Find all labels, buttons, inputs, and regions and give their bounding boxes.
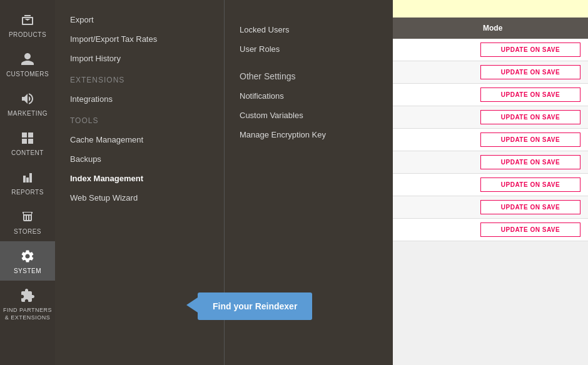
sidebar-item-stores-label: STORES — [14, 228, 41, 235]
dropdown-user-roles[interactable]: User Roles — [225, 39, 393, 59]
store-icon — [19, 208, 36, 226]
update-on-save-button[interactable]: UPDATE ON SAVE — [480, 65, 580, 79]
table-cell-mode: UPDATE ON SAVE — [475, 106, 588, 128]
dropdown-cache-management[interactable]: Cache Management — [55, 130, 224, 149]
table-cell-mode: UPDATE ON SAVE — [475, 39, 588, 61]
dropdown-export[interactable]: Export — [55, 10, 224, 29]
dropdown-custom-variables[interactable]: Custom Variables — [225, 106, 393, 125]
sidebar-item-marketing[interactable]: MARKETING — [0, 84, 55, 123]
gear-icon — [19, 248, 36, 265]
dropdown-notifications[interactable]: Notifications — [225, 86, 393, 106]
table-cell-mode: UPDATE ON SAVE — [475, 196, 588, 218]
dropdown-extensions-label: Extensions — [55, 68, 224, 89]
dropdown-locked-users[interactable]: Locked Users — [225, 20, 393, 39]
dropdown-tools-label: Tools — [55, 109, 224, 130]
table-cell-mode: UPDATE ON SAVE — [475, 129, 588, 151]
sidebar-item-stores[interactable]: STORES — [0, 202, 55, 241]
update-on-save-button[interactable]: UPDATE ON SAVE — [480, 178, 580, 192]
megaphone-icon — [19, 90, 36, 108]
grid-icon — [19, 129, 36, 147]
sidebar-item-marketing-label: MARKETING — [8, 110, 48, 117]
table-cell-mode: UPDATE ON SAVE — [475, 84, 588, 106]
table-cell-mode: UPDATE ON SAVE — [475, 219, 588, 241]
sidebar-item-find-partners[interactable]: FIND PARTNERS & EXTENSIONS — [0, 281, 55, 328]
table-header-mode: Mode — [475, 18, 588, 39]
sidebar-item-system-label: SYSTEM — [14, 268, 41, 274]
update-on-save-button[interactable]: UPDATE ON SAVE — [480, 222, 580, 237]
sidebar-item-products-label: PRODUCTS — [9, 31, 46, 38]
dropdown-integrations[interactable]: Integrations — [55, 89, 224, 109]
update-on-save-button[interactable]: UPDATE ON SAVE — [480, 110, 580, 124]
update-on-save-button[interactable]: UPDATE ON SAVE — [480, 155, 580, 169]
sidebar-item-products[interactable]: PRODUCTS — [0, 5, 55, 44]
sidebar-item-customers[interactable]: CUSTOMERS — [0, 44, 55, 84]
update-on-save-button[interactable]: UPDATE ON SAVE — [480, 132, 580, 147]
person-icon — [19, 51, 36, 68]
dropdown-web-setup-wizard[interactable]: Web Setup Wizard — [55, 188, 224, 208]
dropdown-import-history[interactable]: Import History — [55, 49, 224, 68]
dropdown-manage-encryption-key[interactable]: Manage Encryption Key — [225, 125, 393, 144]
table-cell-mode: UPDATE ON SAVE — [475, 151, 588, 173]
bar-chart-icon — [19, 169, 36, 186]
sidebar: PRODUCTS CUSTOMERS MARKETING CONTENT REP… — [0, 0, 55, 365]
sidebar-item-system[interactable]: SYSTEM — [0, 241, 55, 281]
box-icon — [19, 11, 36, 29]
dropdown-index-management[interactable]: Index Management — [55, 169, 224, 188]
sidebar-item-content-label: CONTENT — [11, 149, 44, 156]
sidebar-item-reports-label: REPORTS — [11, 189, 44, 196]
update-on-save-button[interactable]: UPDATE ON SAVE — [480, 200, 580, 214]
puzzle-icon — [19, 287, 36, 304]
reindexer-arrow — [186, 298, 198, 312]
table-cell-mode: UPDATE ON SAVE — [475, 61, 588, 83]
sidebar-item-customers-label: CUSTOMERS — [6, 71, 49, 78]
table-cell-mode: UPDATE ON SAVE — [475, 174, 588, 196]
sidebar-item-reports[interactable]: REPORTS — [0, 162, 55, 202]
update-on-save-button[interactable]: UPDATE ON SAVE — [480, 42, 580, 57]
dropdown-other-settings-label: Other Settings — [225, 59, 393, 86]
sidebar-item-content[interactable]: CONTENT — [0, 123, 55, 162]
sidebar-item-find-partners-label: FIND PARTNERS & EXTENSIONS — [3, 307, 52, 321]
reindexer-popup-button[interactable]: Find your Reindexer — [198, 292, 312, 320]
update-on-save-button[interactable]: UPDATE ON SAVE — [480, 88, 580, 102]
dropdown-backups[interactable]: Backups — [55, 149, 224, 169]
dropdown-import-export-tax[interactable]: Import/Export Tax Rates — [55, 29, 224, 49]
